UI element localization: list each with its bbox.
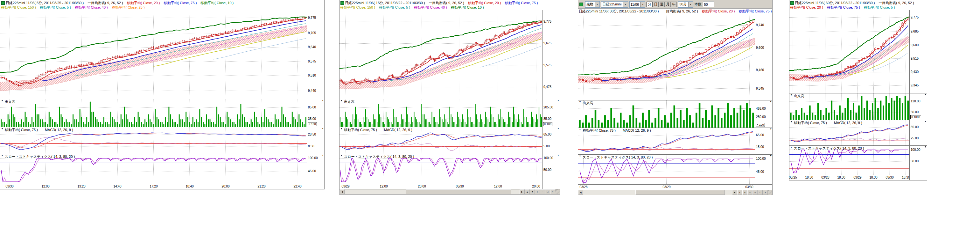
pane-collapse-icon[interactable]: ▼	[557, 127, 559, 130]
resize-grip-icon[interactable]	[768, 190, 772, 195]
chart-window: 先物▼ 日経225mini▼ 11/06▼ 分日週月年 30分▼ 本数 50 日…	[578, 0, 773, 195]
instrument-select[interactable]: 日経225mini▼	[601, 1, 628, 8]
volume-axis-segment: 120.0050.00▼× 1000	[910, 93, 927, 120]
pane-collapse-icon[interactable]: ▼	[340, 99, 343, 103]
stochastics-label: スロー・ストキャスティクス( 14, 3, 80, 20 )	[344, 154, 414, 159]
pane-collapse-icon[interactable]: ▼	[340, 127, 343, 130]
mini-tool-button[interactable]: □	[545, 189, 550, 194]
pane-collapse-icon[interactable]: ▼	[924, 146, 926, 148]
pane-collapse-icon[interactable]: ▼	[322, 127, 324, 130]
time-axis-label: 03/30	[745, 185, 753, 189]
chevron-down-icon[interactable]: ▼	[640, 2, 645, 7]
period-button[interactable]: 年	[671, 2, 677, 7]
indicator-label: 移動平均( Close, 5 )	[40, 5, 71, 10]
pane-collapse-icon[interactable]: ▼	[770, 128, 772, 130]
scroll-right-button[interactable]: ▶	[520, 189, 525, 194]
window-icon	[1, 1, 5, 5]
pane-collapse-icon[interactable]: ▼	[790, 120, 793, 123]
chart-panes: ▼出来高 ▼移動平均( Close, 75 )MACD( 12, 26, 9 )…	[339, 10, 542, 189]
price-axis-label: 9,430	[911, 70, 919, 74]
time-axis-label: 03/29	[662, 185, 670, 189]
pane-collapse-icon[interactable]: ▼	[579, 155, 582, 158]
volume-axis-segment: 85.0035.00▼× 100	[307, 99, 324, 127]
pane-collapse-icon[interactable]: ▼	[322, 154, 324, 157]
price-axis-label: 9,775	[544, 20, 551, 23]
mini-tool-button[interactable]: －	[540, 189, 545, 194]
pane-collapse-icon[interactable]: ▼	[579, 128, 582, 131]
chart-title-area: 日経225mini 11/06( 30分, 2011/03/22 - 2011/…	[578, 9, 772, 14]
time-axis-label: 03/29	[853, 176, 861, 179]
pane-collapse-icon[interactable]: ▼	[770, 155, 772, 157]
stoch-pane: ▼スロー・ストキャスティクス( 14, 3, 80, 20 )	[0, 154, 307, 184]
stochastics-label: スロー・ストキャスティクス( 14, 3, 80, 20 )	[582, 155, 652, 160]
period-button[interactable]: 週	[659, 2, 665, 7]
period-button[interactable]: 分	[646, 2, 652, 7]
scroll-left-button[interactable]: ◀	[339, 189, 345, 194]
chevron-down-icon[interactable]: ▼	[623, 2, 628, 7]
scroll-thumb[interactable]	[635, 190, 725, 195]
mini-tool-button[interactable]: ×	[763, 190, 768, 195]
period-button[interactable]: 月	[665, 2, 671, 7]
pane-collapse-icon[interactable]: ▼	[1, 127, 4, 130]
volume-pane: ▼出来高	[578, 101, 755, 128]
interval-select[interactable]: 30分▼	[678, 1, 693, 8]
axis-filler	[542, 184, 560, 189]
mini-tool-button[interactable]: □	[757, 190, 763, 195]
price-axis-segment: 9,7759,7059,6409,5759,5109,440	[307, 10, 324, 99]
scroll-right-button[interactable]: ▶	[732, 190, 737, 195]
pane-collapse-icon[interactable]: ▼	[1, 99, 4, 103]
pane-collapse-icon[interactable]: ▼	[790, 93, 793, 97]
pane-collapse-icon[interactable]: ▼	[790, 146, 793, 149]
chevron-down-icon[interactable]: ▼	[688, 2, 693, 7]
market-select[interactable]: 先物▼	[585, 1, 600, 8]
contract-select[interactable]: 11/06▼	[629, 1, 646, 8]
chart-title-row: 日経225mini 11/06( 15分, 2011/03/22 - 2011/…	[340, 1, 559, 5]
chevron-down-icon[interactable]: ▼	[595, 2, 600, 7]
window-icon	[791, 1, 794, 5]
pane-collapse-icon[interactable]: ▼	[924, 93, 926, 96]
pane-collapse-icon[interactable]: ▼	[1, 154, 4, 157]
pane-collapse-icon[interactable]: ▼	[322, 99, 324, 102]
pane-collapse-icon[interactable]: ▼	[557, 99, 559, 102]
horizontal-scrollbar[interactable]: ◀ ▶ ▴▾＋－□×	[578, 190, 772, 195]
chart-window: 先物▼ 日経225mini▼ 11/06▼ 30分▼ 本数 50 日経225mi…	[0, 0, 325, 189]
time-axis-label: 14:40	[113, 184, 121, 188]
chart-title-area: 日経225mini 11/06( 5分, 2011/03/25 - 2011/0…	[0, 0, 324, 10]
mini-tool-button[interactable]: ×	[550, 189, 555, 194]
macd-ma-label: 移動平均( Close, 75 )	[5, 128, 38, 132]
price-axis-segment: 9,7759,6759,5759,475	[542, 10, 560, 99]
mini-tool-button[interactable]: ▴	[525, 189, 530, 194]
stoch-axis-label: 50.00	[544, 168, 551, 171]
scroll-track[interactable]	[345, 189, 520, 194]
mini-tool-button[interactable]: ＋	[535, 189, 540, 194]
market-select-value: 先物	[586, 2, 593, 7]
scroll-left-button[interactable]: ◀	[578, 190, 583, 195]
pane-collapse-icon[interactable]: ▼	[770, 101, 772, 103]
mini-tool-button[interactable]: ▴	[737, 190, 742, 195]
scroll-thumb[interactable]	[406, 189, 511, 194]
stoch-axis-segment: 100.0045.00▼	[755, 155, 772, 184]
indicator-label: 移動平均( Close, 40 )	[75, 5, 108, 10]
scroll-track[interactable]	[583, 190, 732, 195]
horizontal-scrollbar[interactable]: ◀ ▶ ▴▾＋－□×	[339, 189, 560, 194]
price-axis-label: 9,640	[308, 45, 316, 49]
stoch-axis-label: 100.00	[911, 148, 921, 151]
mini-tool-button[interactable]: ＋	[748, 190, 752, 195]
price-axis-label: 9,515	[911, 57, 919, 60]
pane-collapse-icon[interactable]: ▼	[557, 154, 559, 157]
indicator-label: 移動平均( Close, 75 )	[827, 5, 860, 10]
chart-body: ▼出来高 ▼移動平均( Close, 75 )MACD( 12, 26, 9 )…	[578, 14, 772, 190]
mini-tool-button[interactable]: －	[752, 190, 757, 195]
pane-collapse-icon[interactable]: ▼	[924, 120, 926, 123]
pane-collapse-icon[interactable]: ▼	[579, 101, 582, 104]
mini-tool-button[interactable]: ▾	[742, 190, 748, 195]
period-button[interactable]: 日	[652, 2, 659, 7]
resize-grip-icon[interactable]	[555, 189, 560, 194]
bar-count-input[interactable]: 50	[703, 2, 714, 7]
macd-label: 移動平均( Close, 75 )MACD( 12, 26, 9 )	[582, 128, 651, 133]
stoch-axis-label: 50.00	[911, 159, 919, 163]
mini-tool-button[interactable]: ▾	[530, 189, 535, 194]
pane-collapse-icon[interactable]: ▼	[340, 154, 343, 157]
volume-axis-label: 35.00	[308, 117, 316, 120]
mini-toolbar: ▴▾＋－□×	[525, 189, 555, 194]
